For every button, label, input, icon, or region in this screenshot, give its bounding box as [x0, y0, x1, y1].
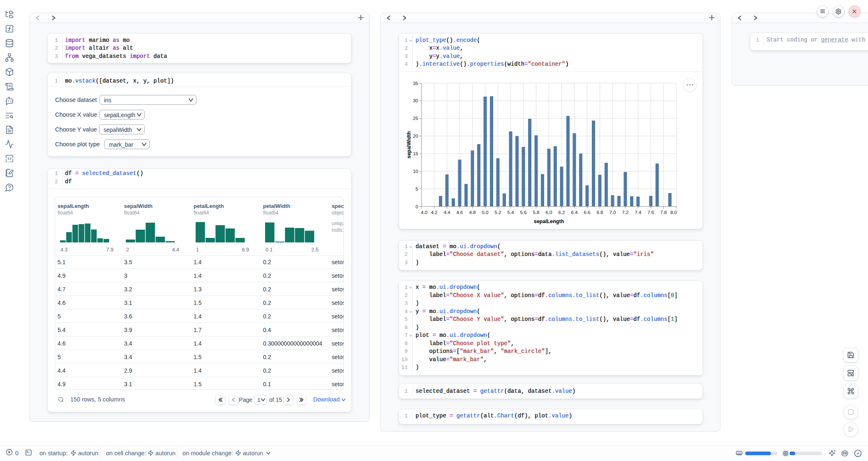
svg-text:7.4: 7.4	[635, 210, 642, 215]
svg-text:4.0: 4.0	[421, 210, 427, 215]
svg-text:30: 30	[413, 98, 418, 103]
svg-text:6.2: 6.2	[559, 210, 565, 215]
svg-text:6.0: 6.0	[546, 210, 552, 215]
svg-text:5: 5	[416, 187, 418, 191]
svg-text:5.0: 5.0	[482, 210, 489, 215]
svg-text:10: 10	[413, 169, 418, 174]
svg-text:5.6: 5.6	[520, 210, 527, 215]
svg-text:0: 0	[416, 204, 418, 209]
svg-text:7.2: 7.2	[622, 210, 629, 215]
svg-text:6.6: 6.6	[584, 210, 591, 215]
svg-text:4.6: 4.6	[457, 210, 463, 215]
svg-text:20: 20	[413, 134, 418, 138]
svg-text:sepalWidth: sepalWidth	[406, 131, 412, 159]
svg-text:15: 15	[413, 151, 418, 156]
svg-text:35: 35	[413, 81, 418, 86]
svg-text:5.2: 5.2	[495, 210, 501, 215]
svg-text:7.8: 7.8	[660, 210, 667, 215]
svg-text:5.4: 5.4	[508, 210, 515, 215]
svg-text:7.0: 7.0	[609, 210, 616, 215]
svg-text:6.4: 6.4	[571, 210, 578, 215]
svg-text:4.4: 4.4	[444, 210, 451, 215]
svg-text:4.8: 4.8	[469, 210, 476, 215]
svg-text:8.0: 8.0	[670, 210, 677, 215]
svg-text:7.6: 7.6	[648, 210, 654, 215]
svg-text:4.2: 4.2	[431, 210, 438, 215]
svg-text:25: 25	[413, 116, 418, 121]
svg-text:5.8: 5.8	[533, 210, 540, 215]
svg-text:sepalLength: sepalLength	[534, 219, 564, 224]
svg-text:6.8: 6.8	[597, 210, 603, 215]
